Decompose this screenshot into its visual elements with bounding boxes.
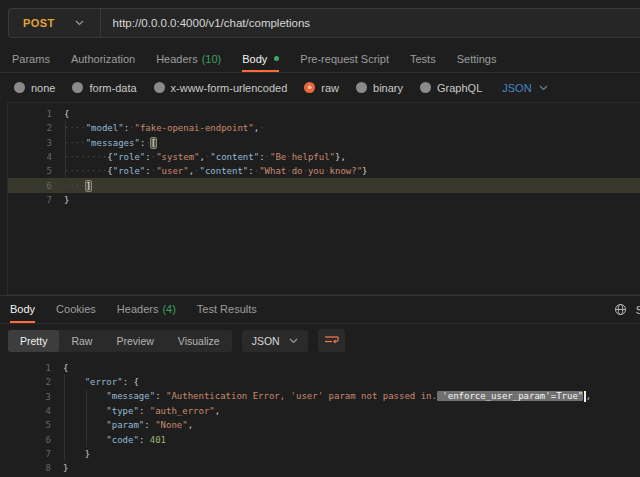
line-number: 8 <box>7 463 51 473</box>
code-token: 401 <box>150 435 166 445</box>
code-token: know?" <box>330 166 363 176</box>
unsaved-dot-icon <box>274 56 279 61</box>
code-line[interactable]: 3····"messages":·[ <box>8 136 640 150</box>
response-tabs: BodyCookiesHeaders(4)Test Results <box>10 296 257 323</box>
wrap-text-button[interactable] <box>318 329 345 352</box>
line-number: 1 <box>8 109 52 119</box>
code-token: "Authentication Error, 'user' param not … <box>166 391 437 401</box>
body-type-row: noneform-datax-www-form-urlencodedrawbin… <box>0 73 640 102</box>
url-input[interactable]: http://0.0.0.0:4000/v1/chat/completions <box>101 17 311 29</box>
body-type-graphql[interactable]: GraphQL <box>420 82 482 94</box>
response-toolbar: PrettyRawPreviewVisualize JSON <box>0 324 640 357</box>
response-format-dropdown[interactable]: JSON <box>242 330 308 352</box>
line-number: 2 <box>7 377 51 387</box>
view-raw[interactable]: Raw <box>59 330 104 352</box>
code-token: "auth_error" <box>150 406 215 416</box>
body-type-form-data[interactable]: form-data <box>72 82 136 94</box>
code-line[interactable]: 5 "param": "None", <box>7 418 640 432</box>
request-url-row: POST http://0.0.0.0:4000/v1/chat/complet… <box>0 0 640 46</box>
code-token: "role" <box>113 152 146 162</box>
code-token: "model" <box>86 123 124 133</box>
view-preview[interactable]: Preview <box>104 330 165 352</box>
code-token: , <box>188 420 193 430</box>
request-editor[interactable]: 1{2····"model":·"fake-openai-endpoint",·… <box>7 102 640 295</box>
response-tabs-row: BodyCookiesHeaders(4)Test Results S <box>0 296 640 324</box>
code-line[interactable]: 7 } <box>7 447 640 461</box>
tab-label: Pre-request Script <box>300 53 389 65</box>
request-url-bar: POST http://0.0.0.0:4000/v1/chat/complet… <box>8 8 640 38</box>
code-line[interactable]: 2····"model":·"fake-openai-endpoint",· <box>8 121 640 135</box>
tab-pre-request-script[interactable]: Pre-request Script <box>300 46 389 72</box>
body-type-none[interactable]: none <box>14 82 55 94</box>
code-text: "code": 401 <box>63 435 166 445</box>
body-type-binary[interactable]: binary <box>356 82 403 94</box>
code-line[interactable]: 6 "code": 401 <box>7 432 640 446</box>
tab-authorization[interactable]: Authorization <box>71 46 135 72</box>
code-text: } <box>63 463 68 473</box>
code-token: ···· <box>64 123 86 133</box>
tab-label: Settings <box>457 53 497 65</box>
indent-guide <box>86 390 87 447</box>
code-token: ···· <box>64 181 86 191</box>
code-line[interactable]: 8} <box>7 461 640 475</box>
radio-icon <box>304 82 315 93</box>
raw-format-dropdown[interactable]: JSON <box>502 82 547 94</box>
code-token: helpful" <box>292 152 335 162</box>
tab-label: Body <box>242 53 267 65</box>
code-token: ········ <box>64 166 107 176</box>
line-number: 4 <box>7 406 51 416</box>
code-token: : <box>155 391 166 401</box>
code-line[interactable]: 2 "error": { <box>7 375 640 389</box>
tab-body[interactable]: Body <box>242 46 279 72</box>
tab-tests[interactable]: Tests <box>410 46 436 72</box>
code-token: , <box>586 391 591 401</box>
response-tab-test-results[interactable]: Test Results <box>197 296 257 323</box>
code-text: } <box>64 195 69 205</box>
response-tab-headers[interactable]: Headers(4) <box>117 296 176 323</box>
line-number: 7 <box>8 195 52 205</box>
line-number: 1 <box>7 363 51 373</box>
code-token: ···· <box>64 138 86 148</box>
code-line[interactable]: 7} <box>8 193 640 207</box>
line-number: 7 <box>7 449 51 459</box>
response-tab-body[interactable]: Body <box>10 296 35 323</box>
response-tab-cookies[interactable]: Cookies <box>56 296 96 323</box>
body-type-x-www-form-urlencoded[interactable]: x-www-form-urlencoded <box>154 82 288 94</box>
code-line[interactable]: 1{ <box>8 107 640 121</box>
code-token: "user" <box>156 166 189 176</box>
code-line[interactable]: 3 "message": "Authentication Error, 'use… <box>7 390 640 404</box>
view-visualize[interactable]: Visualize <box>166 330 232 352</box>
radio-icon <box>356 82 367 93</box>
code-token <box>63 435 106 445</box>
code-line[interactable]: 5········{"role":·"user",·"content":·"Wh… <box>8 164 640 178</box>
view-pretty[interactable]: Pretty <box>8 330 59 352</box>
code-token: }, <box>335 152 346 162</box>
tab-params[interactable]: Params <box>12 46 50 72</box>
code-token: ] <box>86 181 91 191</box>
method-selector[interactable]: POST <box>9 17 100 29</box>
response-tab-label: Test Results <box>197 303 257 315</box>
body-type-raw[interactable]: raw <box>304 82 339 94</box>
line-number: 3 <box>7 392 51 402</box>
globe-icon[interactable] <box>614 303 627 316</box>
selected-text: 'enforce_user_param'=True" <box>437 391 583 401</box>
indent-guide <box>64 375 65 461</box>
line-number: 3 <box>8 138 52 148</box>
radio-icon <box>154 82 165 93</box>
code-token: "content" <box>210 152 259 162</box>
code-token: "messages" <box>86 138 140 148</box>
response-editor[interactable]: 1{2 "error": {3 "message": "Authenticati… <box>7 357 640 477</box>
tab-settings[interactable]: Settings <box>457 46 497 72</box>
code-line[interactable]: 1{ <box>7 361 640 375</box>
code-line[interactable]: 4········{"role":·"system",·"content":·"… <box>8 150 640 164</box>
code-token: · <box>145 138 150 148</box>
body-type-label: none <box>31 82 55 94</box>
tab-headers[interactable]: Headers(10) <box>156 46 221 72</box>
line-number: 6 <box>8 181 52 191</box>
code-token <box>63 406 106 416</box>
code-line[interactable]: 4 "type": "auth_error", <box>7 404 640 418</box>
radio-icon <box>14 82 25 93</box>
code-line[interactable]: 6····] <box>8 178 640 192</box>
chevron-down-icon <box>75 20 84 26</box>
code-token: · <box>259 123 264 133</box>
